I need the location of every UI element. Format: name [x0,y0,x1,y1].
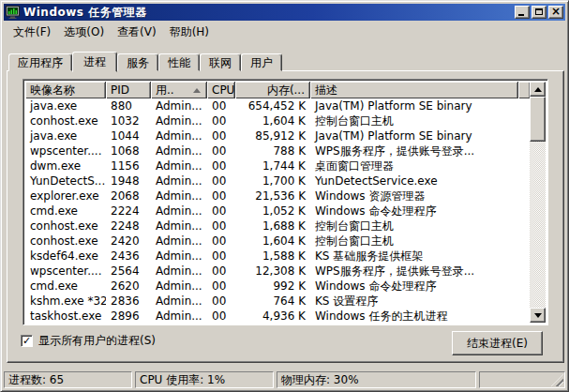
column-header-cpu[interactable]: CPU [207,82,235,98]
tab[interactable]: 进程 [72,52,117,72]
close-button[interactable]: × [548,6,563,19]
cell-pid: 1156 [106,158,151,173]
cell-image-name: java.exe [25,98,106,113]
cell-description: Java(TM) Platform SE binary [310,98,530,113]
scrollbar-thumb[interactable] [530,97,546,142]
status-process-count: 进程数: 65 [4,371,132,388]
cell-user: Admin... [151,204,207,219]
table-row[interactable]: wpscenter.... 2564 Admin... 00 12,308 K … [25,264,530,279]
vertical-scrollbar[interactable] [530,82,546,323]
cell-user: Admin... [151,173,207,188]
cell-image-name: ksdef64.exe [25,249,106,264]
tab[interactable]: 服务 [117,53,158,71]
list-header: 映像名称 PID 用.. CPU 内存(... 描述 [25,82,530,98]
cell-image-name: conhost.exe [25,219,106,234]
minimize-button[interactable] [515,6,530,19]
tab[interactable]: 应用程序 [8,53,72,71]
table-row[interactable]: java.exe 880 Admin... 00 654,452 K Java(… [25,98,530,113]
cell-user: Admin... [151,249,207,264]
maximize-button[interactable] [532,6,547,19]
cell-image-name: conhost.exe [25,234,106,249]
resize-grip-icon[interactable] [551,374,563,386]
minimize-icon [518,14,524,16]
cell-image-name: YunDetectS... [25,173,106,188]
cell-pid: 1068 [106,143,151,158]
column-header-pid[interactable]: PID [106,82,151,98]
cell-image-name: wpscenter.... [25,143,106,158]
cell-pid: 2068 [106,188,151,204]
table-row[interactable]: wpscenter.... 1068 Admin... 00 788 K WPS… [25,143,530,158]
table-row[interactable]: conhost.exe 1032 Admin... 00 1,604 K 控制台… [25,113,530,128]
menu-item[interactable]: 文件(F) [7,23,57,42]
cell-cpu: 00 [207,249,235,264]
menu-item[interactable]: 选项(O) [57,23,111,42]
show-all-users-checkbox[interactable]: ✓ [21,335,33,347]
menu-item[interactable]: 查看(V) [111,23,163,42]
tab[interactable]: 性能 [158,53,200,71]
cell-user: Admin... [151,219,207,234]
tab[interactable]: 用户 [241,53,282,71]
table-row[interactable]: java.exe 1044 Admin... 00 85,912 K Java(… [25,128,530,143]
titlebar[interactable]: Windows 任务管理器 × [4,4,565,21]
end-process-button[interactable]: 结束进程(E) [452,331,543,355]
cell-description: Windows 资源管理器 [310,188,530,204]
menu-item[interactable]: 帮助(H) [163,23,216,42]
column-header-description[interactable]: 描述 [310,82,518,98]
table-row[interactable]: explorer.exe 2068 Admin... 00 21,536 K W… [25,188,530,204]
cell-user: Admin... [151,113,207,128]
table-row[interactable]: YunDetectS... 1948 Admin... 00 1,700 K Y… [25,173,530,188]
cell-image-name: dwm.exe [25,158,106,173]
menubar: 文件(F)选项(O)查看(V)帮助(H) [5,23,564,41]
cell-pid: 2564 [106,264,151,279]
processes-tab-panel: 映像名称 PID 用.. CPU 内存(... 描述 java.exe 880 [7,70,564,363]
cell-memory: 21,536 K [235,188,310,204]
cell-description: Windows 任务的主机进程 [310,309,530,324]
cell-image-name: cmd.exe [25,204,106,219]
cell-cpu: 00 [207,309,235,324]
cell-user: Admin... [151,309,207,324]
cell-memory: 4,936 K [235,309,310,324]
table-row[interactable]: dwm.exe 1156 Admin... 00 1,744 K 桌面窗口管理器 [25,158,530,173]
table-row[interactable]: conhost.exe 2248 Admin... 00 1,688 K 控制台… [25,219,530,234]
table-row[interactable]: taskhost.exe 2896 Admin... 00 4,936 K Wi… [25,309,530,324]
cell-cpu: 00 [207,143,235,158]
cell-pid: 1044 [106,128,151,143]
status-cpu-usage: CPU 使用率: 1% [135,371,274,388]
cell-memory: 1,744 K [235,158,310,173]
cell-memory: 992 K [235,279,310,294]
statusbar: 进程数: 65 CPU 使用率: 1% 物理内存: 30% [4,368,565,388]
cell-description: KS 设置程序 [310,294,530,309]
cell-pid: 2420 [106,234,151,249]
cell-description: 桌面窗口管理器 [310,158,530,173]
cell-description: Java(TM) Platform SE binary [310,128,530,143]
show-all-users-label: 显示所有用户的进程(S) [38,333,156,349]
cell-memory: 1,700 K [235,173,310,188]
column-header-user[interactable]: 用.. [151,82,207,98]
cell-description: YunDetectService.exe [310,173,530,188]
table-row[interactable]: ksdef64.exe 2436 Admin... 00 1,588 K KS … [25,249,530,264]
cell-cpu: 00 [207,113,235,128]
status-empty-panel [479,371,565,388]
scroll-up-button[interactable] [530,82,546,97]
cell-user: Admin... [151,264,207,279]
table-row[interactable]: cmd.exe 2224 Admin... 00 1,052 K Windows… [25,204,530,219]
cell-user: Admin... [151,234,207,249]
scroll-down-button[interactable] [530,308,546,323]
process-rows: java.exe 880 Admin... 00 654,452 K Java(… [25,98,530,324]
table-row[interactable]: conhost.exe 2420 Admin... 00 1,604 K 控制台… [25,234,530,249]
tab[interactable]: 联网 [200,53,241,71]
cell-cpu: 00 [207,98,235,113]
column-header-filler [518,82,530,98]
cell-image-name: wpscenter.... [25,264,106,279]
cell-user: Admin... [151,128,207,143]
cell-memory: 1,588 K [235,249,310,264]
table-row[interactable]: kshm.exe *32 2836 Admin... 00 764 K KS 设… [25,294,530,309]
cell-cpu: 00 [207,264,235,279]
cell-description: WPS服务程序，提供账号登录... [310,264,530,279]
cell-pid: 2436 [106,249,151,264]
cell-cpu: 00 [207,294,235,309]
table-row[interactable]: cmd.exe 2620 Admin... 00 992 K Windows 命… [25,279,530,294]
column-header-image-name[interactable]: 映像名称 [25,82,106,98]
column-header-memory[interactable]: 内存(... [235,82,310,98]
cell-description: KS 基础服务提供框架 [310,249,530,264]
